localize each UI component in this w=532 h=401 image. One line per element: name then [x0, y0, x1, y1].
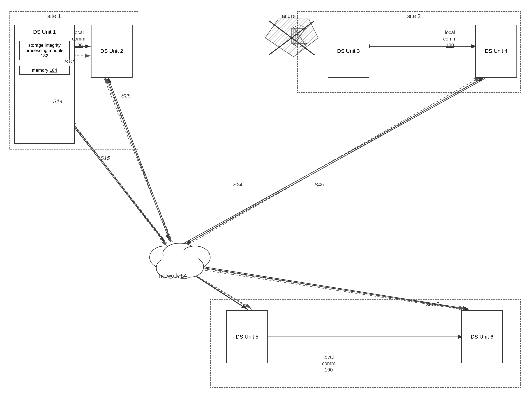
svg-point-30	[180, 246, 210, 269]
svg-line-22	[184, 79, 481, 247]
memory-label: memory	[32, 68, 50, 73]
sipm-ref: 182	[41, 53, 48, 58]
failure-label: failure	[280, 13, 296, 19]
ds-unit-4: DS Unit 4	[475, 25, 517, 78]
ds-unit-4-label: DS Unit 4	[485, 48, 507, 54]
label-s24: S24	[233, 182, 242, 188]
site1-label: site 1	[47, 13, 61, 19]
label-s12: S12	[64, 59, 74, 65]
svg-point-29	[163, 243, 197, 264]
ds-unit-5-label: DS Unit 5	[236, 334, 259, 340]
sipm-label: storage integrityprocessing module	[25, 43, 63, 53]
ds-unit-1-label: DS Unit 1	[33, 29, 56, 35]
svg-line-12	[186, 79, 485, 244]
site2-label: site 2	[407, 13, 421, 19]
local-comm-188: localcomm188	[443, 29, 457, 49]
memory-box: memory 184	[19, 66, 70, 75]
ds-unit-3-label: DS Unit 3	[337, 48, 360, 54]
memory-ref: 184	[50, 68, 57, 73]
svg-point-28	[150, 246, 180, 269]
label-s15: S15	[100, 155, 110, 161]
svg-line-13	[185, 78, 484, 243]
ds-unit-3: DS Unit 3	[328, 25, 369, 78]
ds-unit-1: DS Unit 1 storage integrityprocessing mo…	[14, 25, 75, 144]
ds-unit-2: DS Unit 2	[91, 25, 133, 78]
label-s14: S14	[53, 99, 63, 105]
site3-label: site 3	[426, 301, 440, 307]
local-comm-186: localcomm186	[72, 29, 85, 49]
ds-unit-5: DS Unit 5	[226, 310, 268, 363]
local-comm-190: localcomm190	[322, 354, 336, 373]
diagram: site 1 DS Unit 1 storage integrityproces…	[0, 0, 532, 401]
sipm-box: storage integrityprocessing module 182	[19, 41, 70, 60]
label-s25: S25	[121, 93, 131, 99]
ds-unit-6-label: DS Unit 6	[471, 334, 493, 340]
network-label: network 24	[159, 272, 187, 279]
svg-point-33	[161, 250, 199, 274]
ds-unit-6: DS Unit 6	[461, 310, 503, 363]
svg-line-23	[183, 77, 480, 246]
ds-unit-2-label: DS Unit 2	[100, 48, 123, 54]
label-s45: S45	[314, 182, 324, 188]
